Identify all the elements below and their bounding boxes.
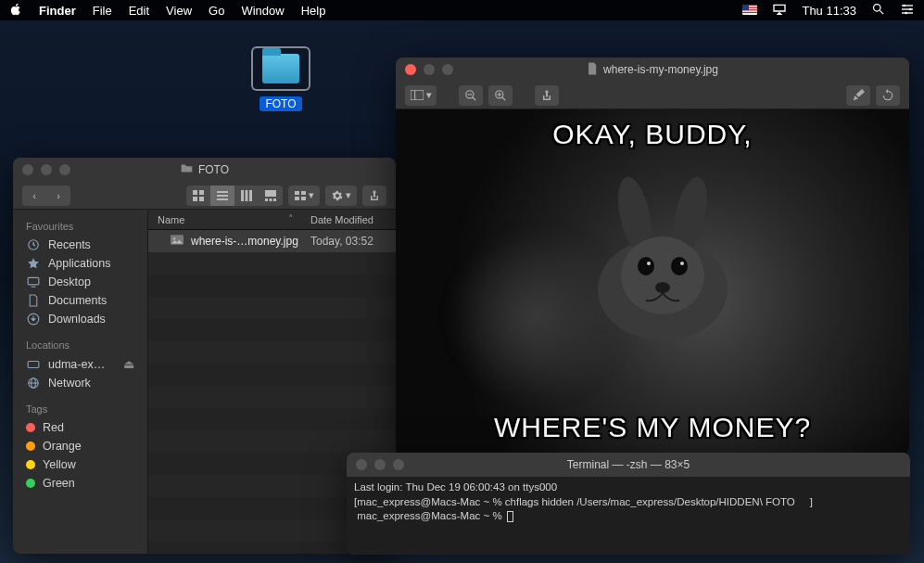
finder-titlebar[interactable]: FOTO (13, 158, 396, 182)
control-center-icon[interactable] (900, 3, 915, 19)
sidebar-item-network[interactable]: Network (13, 374, 147, 392)
zoom-in-button[interactable] (488, 85, 513, 106)
meme-text-top: OKAY, BUDDY, (396, 119, 909, 150)
input-source-icon[interactable] (742, 4, 757, 18)
tag-dot-icon (26, 423, 35, 432)
sidebar-item-downloads[interactable]: Downloads (13, 310, 147, 328)
svg-point-41 (173, 237, 175, 239)
file-row[interactable]: where-is-…money.jpg Today, 03:52 (148, 230, 396, 252)
svg-point-55 (638, 257, 654, 275)
traffic-zoom[interactable] (59, 164, 70, 175)
svg-line-7 (880, 10, 883, 14)
image-file-icon (171, 235, 184, 248)
sidebar-item-recents[interactable]: Recents (13, 236, 147, 254)
svg-point-11 (903, 4, 905, 6)
eject-icon[interactable]: ⏏ (123, 357, 134, 371)
traffic-minimize[interactable] (374, 459, 386, 470)
desktop-icon (26, 276, 41, 288)
menubar-view[interactable]: View (166, 4, 192, 18)
menubar-clock[interactable]: Thu 11:33 (802, 4, 856, 18)
spotlight-icon[interactable] (871, 2, 885, 19)
terminal-line-1: Last login: Thu Dec 19 06:00:43 on ttys0… (354, 481, 557, 493)
desktop-folder-foto[interactable]: FOTO (248, 46, 313, 111)
svg-rect-24 (265, 190, 276, 197)
traffic-close[interactable] (22, 164, 33, 175)
sidebar-item-desktop[interactable]: Desktop (13, 273, 147, 291)
share-button[interactable] (362, 186, 386, 206)
view-icon-button[interactable] (186, 186, 210, 206)
sidebar-tag-green[interactable]: Green (13, 474, 147, 493)
menubar-edit[interactable]: Edit (129, 4, 149, 18)
view-gallery-button[interactable] (259, 186, 283, 206)
svg-rect-4 (742, 11, 757, 12)
view-list-button[interactable] (210, 186, 234, 206)
sidebar-tag-orange[interactable]: Orange (13, 437, 147, 455)
nav-back-button[interactable]: ‹ (22, 186, 46, 206)
disk-icon (26, 360, 41, 369)
group-by-button[interactable]: ▾ (288, 186, 320, 206)
share-button[interactable] (535, 85, 559, 106)
file-name: where-is-…money.jpg (191, 235, 298, 248)
sidebar-item-applications[interactable]: Applications (13, 254, 147, 273)
finder-window-title: FOTO (198, 163, 229, 176)
sidebar-locations-head: Locations (13, 336, 147, 354)
terminal-body[interactable]: Last login: Thu Dec 19 06:00:43 on ttys0… (347, 477, 910, 555)
apple-menu-icon[interactable] (9, 3, 22, 19)
view-column-button[interactable] (234, 186, 259, 206)
desktop-folder-label: FOTO (259, 96, 301, 111)
svg-rect-27 (273, 198, 276, 201)
action-button[interactable]: ▾ (325, 186, 357, 206)
menubar-file[interactable]: File (93, 4, 112, 18)
traffic-zoom[interactable] (393, 459, 404, 470)
sidebar-item-documents[interactable]: Documents (13, 291, 147, 310)
terminal-window-title: Terminal — -zsh — 83×5 (567, 458, 690, 471)
preview-titlebar[interactable]: where-is-my-money.jpg (396, 58, 909, 82)
preview-file-title: where-is-my-money.jpg (603, 63, 718, 76)
sidebar-toggle-button[interactable]: ▾ (405, 85, 437, 106)
nav-forward-button[interactable]: › (46, 186, 70, 206)
sidebar-tag-red[interactable]: Red (13, 418, 147, 437)
sidebar-tag-yellow[interactable]: Yellow (13, 455, 147, 474)
finder-toolbar: ‹ › ▾ ▾ (13, 182, 396, 210)
terminal-prompt: mac_express@Macs-Mac ~ % (354, 510, 505, 521)
preview-window: where-is-my-money.jpg ▾ OK (396, 58, 909, 454)
traffic-close[interactable] (356, 459, 367, 470)
svg-rect-29 (301, 191, 306, 195)
menubar-window[interactable]: Window (241, 4, 284, 18)
zoom-out-button[interactable] (459, 85, 483, 106)
column-name-header[interactable]: Name (158, 214, 184, 225)
svg-rect-31 (301, 197, 306, 200)
downloads-icon (26, 313, 41, 326)
svg-rect-23 (249, 190, 252, 201)
menubar-go[interactable]: Go (209, 4, 224, 18)
sidebar-tags-head: Tags (13, 400, 147, 418)
meme-text-bottom: WHERE'S MY MONEY? (396, 412, 909, 443)
traffic-close[interactable] (405, 64, 416, 75)
preview-content: OKAY, BUDDY, WHERE'S MY MONEY? (396, 109, 909, 454)
svg-rect-22 (246, 190, 248, 201)
traffic-minimize[interactable] (424, 64, 435, 75)
markup-button[interactable] (846, 85, 870, 106)
svg-rect-19 (217, 195, 228, 197)
svg-rect-42 (411, 90, 424, 100)
traffic-minimize[interactable] (41, 164, 52, 175)
sidebar-item-disk[interactable]: udma-ex…⏏ (13, 354, 147, 374)
svg-point-56 (671, 257, 688, 275)
menubar-help[interactable]: Help (301, 4, 326, 18)
rotate-button[interactable] (876, 85, 900, 106)
terminal-titlebar[interactable]: Terminal — -zsh — 83×5 (347, 453, 910, 477)
traffic-zoom[interactable] (442, 64, 453, 75)
folder-icon (180, 163, 193, 176)
svg-rect-15 (199, 190, 204, 195)
svg-point-54 (621, 237, 704, 314)
tag-dot-icon (26, 479, 35, 488)
svg-point-57 (647, 262, 651, 265)
column-headers[interactable]: Name˄ Date Modified (148, 210, 396, 230)
airplay-icon[interactable] (772, 3, 787, 19)
menubar-app-name[interactable]: Finder (39, 4, 76, 18)
svg-line-50 (502, 96, 506, 100)
column-date-header[interactable]: Date Modified (303, 214, 396, 225)
file-date: Today, 03:52 (303, 235, 396, 248)
folder-icon (251, 46, 310, 91)
finder-window: FOTO ‹ › ▾ ▾ Favourites Recents Applicat… (13, 158, 396, 554)
